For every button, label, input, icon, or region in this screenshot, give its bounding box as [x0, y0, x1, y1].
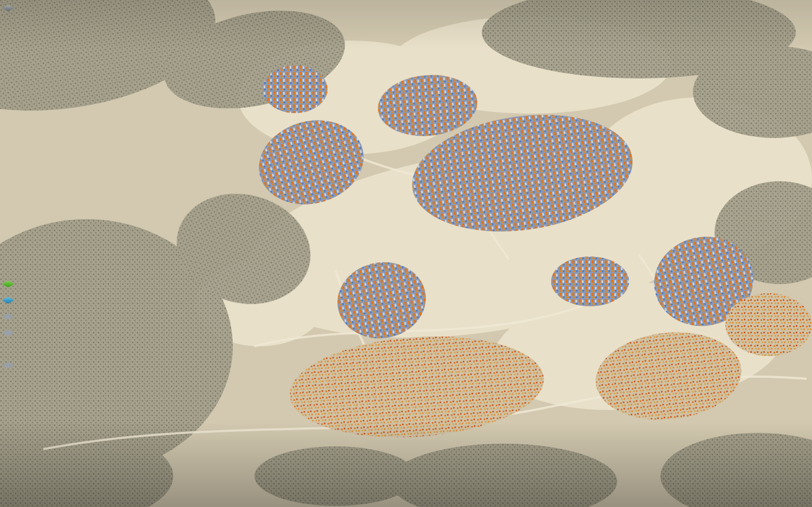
soil-icon — [2, 489, 15, 502]
house-coin-icon — [2, 343, 15, 356]
water-drop-icon — [2, 50, 15, 64]
tourism-map-icon — [2, 359, 15, 372]
tools-icon — [2, 115, 15, 129]
route-arrow-icon — [2, 261, 15, 275]
residential-zone-icon — [2, 278, 15, 291]
plant-icon — [2, 391, 15, 405]
smiley-icon — [2, 424, 15, 437]
roads-icon — [2, 2, 15, 15]
container-icon — [2, 245, 15, 259]
healthcare-icon — [2, 67, 15, 80]
tree-icon — [2, 229, 15, 242]
police-shield-icon — [2, 131, 15, 145]
mail-icon — [2, 196, 15, 210]
industrial-zone-icon — [2, 310, 15, 324]
money-bill-icon — [2, 440, 15, 453]
headphones-icon — [2, 505, 15, 507]
game-viewport: POPULATION POPULATION95,628 Birth Rate0 … — [0, 0, 812, 507]
electronics-icon — [2, 18, 15, 31]
commercial-zone-icon — [2, 294, 15, 307]
population-buildings-icon — [2, 407, 15, 421]
trend-line-icon — [2, 375, 15, 389]
recycle-icon — [2, 83, 15, 96]
fire-helmet-icon — [2, 99, 15, 113]
city-map[interactable] — [0, 0, 812, 507]
office-zone-icon — [2, 326, 15, 340]
landmark-building-icon — [2, 456, 15, 470]
hill-icon — [2, 472, 15, 486]
electricity-icon — [2, 34, 15, 48]
graduation-cap-icon — [2, 164, 15, 177]
chat-bubble-icon — [2, 213, 15, 226]
government-building-icon — [2, 148, 15, 161]
bus-icon — [2, 180, 15, 194]
